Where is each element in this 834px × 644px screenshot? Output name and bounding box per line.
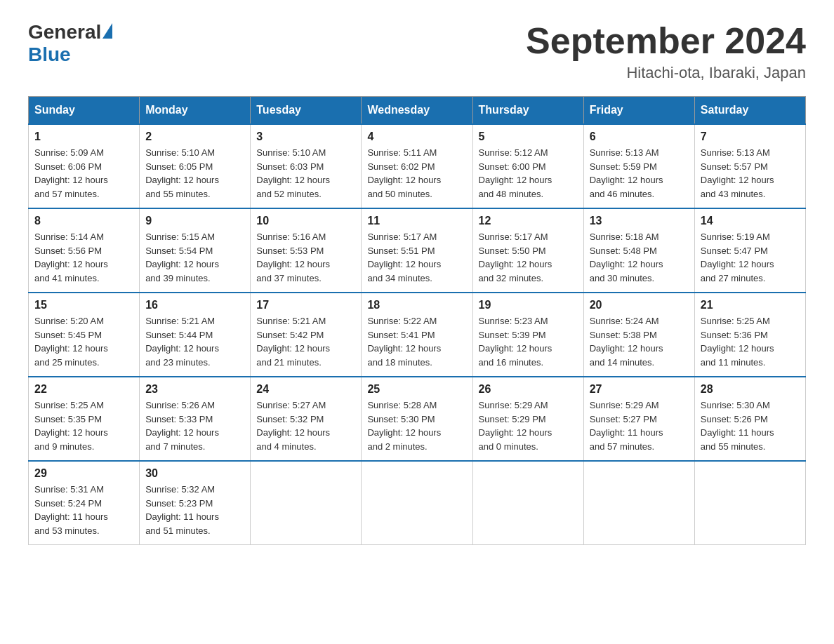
calendar-cell: 1Sunrise: 5:09 AMSunset: 6:06 PMDaylight… bbox=[29, 124, 140, 208]
day-info: Sunrise: 5:26 AMSunset: 5:33 PMDaylight:… bbox=[145, 398, 244, 453]
day-number: 20 bbox=[590, 299, 689, 311]
logo-general-text: General bbox=[28, 21, 101, 43]
day-number: 15 bbox=[34, 299, 133, 311]
calendar-cell: 15Sunrise: 5:20 AMSunset: 5:45 PMDayligh… bbox=[29, 293, 140, 377]
day-info: Sunrise: 5:16 AMSunset: 5:53 PMDaylight:… bbox=[256, 230, 355, 285]
calendar-cell: 17Sunrise: 5:21 AMSunset: 5:42 PMDayligh… bbox=[251, 293, 362, 377]
day-number: 4 bbox=[367, 130, 466, 143]
calendar-header-row: SundayMondayTuesdayWednesdayThursdayFrid… bbox=[29, 97, 806, 125]
calendar-cell: 4Sunrise: 5:11 AMSunset: 6:02 PMDaylight… bbox=[362, 124, 472, 208]
day-number: 26 bbox=[479, 383, 578, 396]
day-number: 9 bbox=[145, 215, 244, 227]
day-info: Sunrise: 5:21 AMSunset: 5:44 PMDaylight:… bbox=[145, 314, 244, 369]
day-number: 21 bbox=[701, 299, 800, 311]
calendar-cell: 30Sunrise: 5:32 AMSunset: 5:23 PMDayligh… bbox=[140, 461, 251, 545]
day-info: Sunrise: 5:09 AMSunset: 6:06 PMDaylight:… bbox=[34, 146, 133, 201]
calendar-cell: 12Sunrise: 5:17 AMSunset: 5:50 PMDayligh… bbox=[472, 208, 583, 293]
calendar-cell: 20Sunrise: 5:24 AMSunset: 5:38 PMDayligh… bbox=[583, 293, 694, 377]
calendar-cell: 5Sunrise: 5:12 AMSunset: 6:00 PMDaylight… bbox=[472, 124, 583, 208]
calendar-cell: 9Sunrise: 5:15 AMSunset: 5:54 PMDaylight… bbox=[140, 208, 251, 293]
day-number: 3 bbox=[256, 130, 355, 143]
calendar-cell: 11Sunrise: 5:17 AMSunset: 5:51 PMDayligh… bbox=[362, 208, 472, 293]
day-number: 28 bbox=[701, 383, 800, 396]
calendar-header-friday: Friday bbox=[583, 97, 694, 125]
calendar-header-thursday: Thursday bbox=[472, 97, 583, 125]
calendar-cell bbox=[694, 461, 805, 545]
day-info: Sunrise: 5:10 AMSunset: 6:03 PMDaylight:… bbox=[256, 146, 355, 201]
day-number: 8 bbox=[34, 215, 133, 227]
day-info: Sunrise: 5:18 AMSunset: 5:48 PMDaylight:… bbox=[590, 230, 689, 285]
calendar-cell: 16Sunrise: 5:21 AMSunset: 5:44 PMDayligh… bbox=[140, 293, 251, 377]
calendar-header-saturday: Saturday bbox=[694, 97, 805, 125]
calendar-cell: 29Sunrise: 5:31 AMSunset: 5:24 PMDayligh… bbox=[29, 461, 140, 545]
calendar-cell: 26Sunrise: 5:29 AMSunset: 5:29 PMDayligh… bbox=[472, 377, 583, 461]
calendar-cell: 27Sunrise: 5:29 AMSunset: 5:27 PMDayligh… bbox=[583, 377, 694, 461]
calendar-table: SundayMondayTuesdayWednesdayThursdayFrid… bbox=[28, 96, 806, 545]
day-number: 17 bbox=[256, 299, 355, 311]
calendar-header-sunday: Sunday bbox=[29, 97, 140, 125]
day-number: 24 bbox=[256, 383, 355, 396]
day-info: Sunrise: 5:31 AMSunset: 5:24 PMDaylight:… bbox=[34, 483, 133, 537]
day-info: Sunrise: 5:14 AMSunset: 5:56 PMDaylight:… bbox=[34, 230, 133, 285]
logo: General Blue bbox=[28, 21, 112, 66]
calendar-cell: 19Sunrise: 5:23 AMSunset: 5:39 PMDayligh… bbox=[472, 293, 583, 377]
calendar-cell: 28Sunrise: 5:30 AMSunset: 5:26 PMDayligh… bbox=[694, 377, 805, 461]
day-info: Sunrise: 5:25 AMSunset: 5:35 PMDaylight:… bbox=[34, 398, 133, 453]
day-number: 6 bbox=[590, 130, 689, 143]
day-info: Sunrise: 5:27 AMSunset: 5:32 PMDaylight:… bbox=[256, 398, 355, 453]
day-number: 7 bbox=[701, 130, 800, 143]
calendar-cell: 23Sunrise: 5:26 AMSunset: 5:33 PMDayligh… bbox=[140, 377, 251, 461]
day-number: 11 bbox=[367, 215, 466, 227]
logo-blue-text: Blue bbox=[28, 43, 71, 66]
day-info: Sunrise: 5:12 AMSunset: 6:00 PMDaylight:… bbox=[479, 146, 578, 201]
day-number: 1 bbox=[34, 130, 133, 143]
day-number: 23 bbox=[145, 383, 244, 396]
calendar-header-tuesday: Tuesday bbox=[251, 97, 362, 125]
day-info: Sunrise: 5:24 AMSunset: 5:38 PMDaylight:… bbox=[590, 314, 689, 369]
calendar-cell: 14Sunrise: 5:19 AMSunset: 5:47 PMDayligh… bbox=[694, 208, 805, 293]
calendar-week-row: 29Sunrise: 5:31 AMSunset: 5:24 PMDayligh… bbox=[29, 461, 806, 545]
calendar-header-wednesday: Wednesday bbox=[362, 97, 472, 125]
calendar-cell: 6Sunrise: 5:13 AMSunset: 5:59 PMDaylight… bbox=[583, 124, 694, 208]
day-info: Sunrise: 5:15 AMSunset: 5:54 PMDaylight:… bbox=[145, 230, 244, 285]
day-info: Sunrise: 5:29 AMSunset: 5:29 PMDaylight:… bbox=[479, 398, 578, 453]
day-info: Sunrise: 5:21 AMSunset: 5:42 PMDaylight:… bbox=[256, 314, 355, 369]
day-info: Sunrise: 5:28 AMSunset: 5:30 PMDaylight:… bbox=[367, 398, 466, 453]
calendar-cell: 18Sunrise: 5:22 AMSunset: 5:41 PMDayligh… bbox=[362, 293, 472, 377]
day-number: 18 bbox=[367, 299, 466, 311]
day-info: Sunrise: 5:10 AMSunset: 6:05 PMDaylight:… bbox=[145, 146, 244, 201]
calendar-cell: 25Sunrise: 5:28 AMSunset: 5:30 PMDayligh… bbox=[362, 377, 472, 461]
day-info: Sunrise: 5:32 AMSunset: 5:23 PMDaylight:… bbox=[145, 483, 244, 537]
day-number: 30 bbox=[145, 467, 244, 480]
calendar-cell: 8Sunrise: 5:14 AMSunset: 5:56 PMDaylight… bbox=[29, 208, 140, 293]
logo-triangle-icon bbox=[102, 23, 112, 39]
day-number: 14 bbox=[701, 215, 800, 227]
calendar-cell: 13Sunrise: 5:18 AMSunset: 5:48 PMDayligh… bbox=[583, 208, 694, 293]
day-info: Sunrise: 5:20 AMSunset: 5:45 PMDaylight:… bbox=[34, 314, 133, 369]
calendar-cell: 2Sunrise: 5:10 AMSunset: 6:05 PMDaylight… bbox=[140, 124, 251, 208]
day-number: 12 bbox=[479, 215, 578, 227]
month-year-title: September 2024 bbox=[526, 21, 806, 61]
calendar-cell bbox=[251, 461, 362, 545]
calendar-cell: 24Sunrise: 5:27 AMSunset: 5:32 PMDayligh… bbox=[251, 377, 362, 461]
calendar-cell: 22Sunrise: 5:25 AMSunset: 5:35 PMDayligh… bbox=[29, 377, 140, 461]
day-info: Sunrise: 5:17 AMSunset: 5:50 PMDaylight:… bbox=[479, 230, 578, 285]
day-info: Sunrise: 5:29 AMSunset: 5:27 PMDaylight:… bbox=[590, 398, 689, 453]
calendar-cell: 10Sunrise: 5:16 AMSunset: 5:53 PMDayligh… bbox=[251, 208, 362, 293]
day-info: Sunrise: 5:25 AMSunset: 5:36 PMDaylight:… bbox=[701, 314, 800, 369]
day-number: 16 bbox=[145, 299, 244, 311]
day-number: 29 bbox=[34, 467, 133, 480]
day-info: Sunrise: 5:22 AMSunset: 5:41 PMDaylight:… bbox=[367, 314, 466, 369]
day-number: 22 bbox=[34, 383, 133, 396]
calendar-week-row: 22Sunrise: 5:25 AMSunset: 5:35 PMDayligh… bbox=[29, 377, 806, 461]
day-number: 27 bbox=[590, 383, 689, 396]
day-number: 13 bbox=[590, 215, 689, 227]
day-number: 2 bbox=[145, 130, 244, 143]
day-info: Sunrise: 5:13 AMSunset: 5:57 PMDaylight:… bbox=[701, 146, 800, 201]
calendar-cell: 3Sunrise: 5:10 AMSunset: 6:03 PMDaylight… bbox=[251, 124, 362, 208]
calendar-week-row: 8Sunrise: 5:14 AMSunset: 5:56 PMDaylight… bbox=[29, 208, 806, 293]
day-number: 19 bbox=[479, 299, 578, 311]
page-header: General Blue September 2024 Hitachi-ota,… bbox=[28, 21, 806, 82]
day-info: Sunrise: 5:30 AMSunset: 5:26 PMDaylight:… bbox=[701, 398, 800, 453]
day-number: 5 bbox=[479, 130, 578, 143]
